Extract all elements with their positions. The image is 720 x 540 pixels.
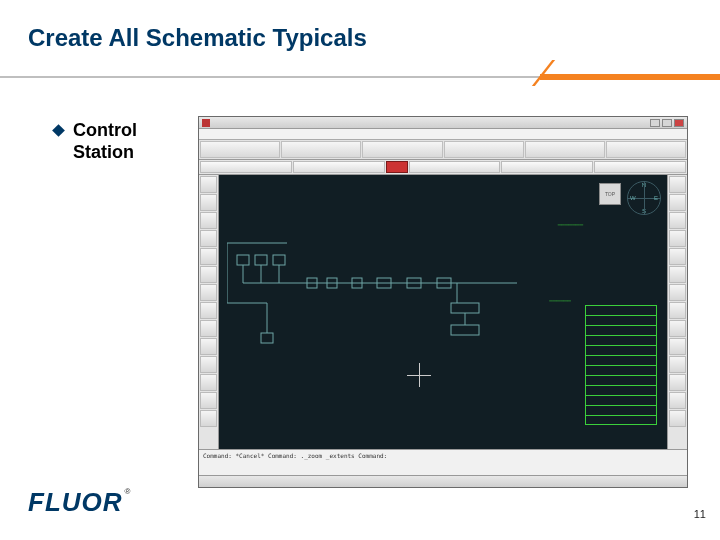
tool-button [669, 266, 686, 283]
prop-group [293, 161, 385, 173]
tool-button [200, 320, 217, 337]
tool-button [669, 392, 686, 409]
workspace: TOP N E S W [199, 175, 687, 449]
compass-w: W [630, 195, 636, 201]
bullet-control-station: Control Station [54, 120, 183, 163]
tool-button [669, 230, 686, 247]
logo: FLUOR ® [28, 487, 130, 518]
tool-button [200, 212, 217, 229]
slide-title: Create All Schematic Typicals [28, 24, 367, 52]
command-line: Command: *Cancel* Command: ._zoom _exten… [199, 449, 687, 475]
close-icon [674, 119, 684, 127]
svg-rect-4 [255, 255, 267, 265]
ribbon-toolbar [199, 140, 687, 160]
tool-button [200, 176, 217, 193]
orange-diagonal [532, 60, 555, 86]
viewcube: TOP [599, 183, 621, 205]
tool-button [669, 302, 686, 319]
compass-s: S [642, 208, 646, 214]
title-rule [0, 70, 720, 84]
ribbon-group [281, 141, 361, 158]
byLayer-field [594, 161, 686, 173]
tool-button [669, 212, 686, 229]
properties-bar [199, 160, 687, 175]
svg-rect-3 [237, 255, 249, 265]
tool-button [200, 230, 217, 247]
left-tool-palette [199, 175, 219, 449]
tool-button [669, 410, 686, 427]
tool-button [669, 374, 686, 391]
svg-rect-18 [261, 333, 273, 343]
registered-mark: ® [125, 487, 131, 496]
tool-button [669, 338, 686, 355]
tool-button [200, 194, 217, 211]
tool-button [200, 302, 217, 319]
tool-button [200, 248, 217, 265]
drawing-canvas: TOP N E S W [219, 175, 667, 449]
schematic-drawing [227, 233, 517, 353]
right-tool-palette [667, 175, 687, 449]
tool-button [200, 392, 217, 409]
cad-screenshot: TOP N E S W [198, 116, 688, 488]
layer-dropdown [200, 161, 292, 173]
svg-rect-5 [273, 255, 285, 265]
slide: Create All Schematic Typicals Control St… [0, 0, 720, 540]
tool-button [669, 248, 686, 265]
ribbon-group [606, 141, 686, 158]
tool-button [669, 284, 686, 301]
tool-button [200, 266, 217, 283]
svg-rect-22 [451, 325, 479, 335]
compass-e: E [654, 195, 658, 201]
bullet-text: Control Station [73, 120, 183, 163]
menu-bar [199, 129, 687, 140]
tool-button [669, 194, 686, 211]
maximize-icon [662, 119, 672, 127]
svg-rect-20 [451, 303, 479, 313]
ribbon-group [525, 141, 605, 158]
tool-button [669, 320, 686, 337]
ribbon-group [362, 141, 442, 158]
linetype-field [501, 161, 593, 173]
tool-button [200, 374, 217, 391]
title-block [585, 305, 657, 425]
tool-button [669, 356, 686, 373]
ribbon-group [444, 141, 524, 158]
window-buttons [650, 119, 684, 127]
tool-button [200, 284, 217, 301]
schematic-annotation: ────── [549, 297, 571, 304]
tool-button [669, 176, 686, 193]
color-swatch [386, 161, 408, 173]
ribbon-group [200, 141, 280, 158]
minimize-icon [650, 119, 660, 127]
orange-bar [540, 74, 720, 80]
page-number: 11 [694, 508, 706, 520]
window-titlebar [199, 117, 687, 129]
logo-text: FLUOR [28, 487, 123, 518]
status-bar [199, 475, 687, 487]
tool-button [200, 410, 217, 427]
compass-n: N [642, 182, 646, 188]
layer-field [409, 161, 501, 173]
app-icon [202, 119, 210, 127]
schematic-annotation: ─────── [558, 221, 583, 228]
bullet-diamond-icon [52, 124, 65, 137]
compass-icon: N E S W [627, 181, 661, 215]
tool-button [200, 356, 217, 373]
tool-button [200, 338, 217, 355]
